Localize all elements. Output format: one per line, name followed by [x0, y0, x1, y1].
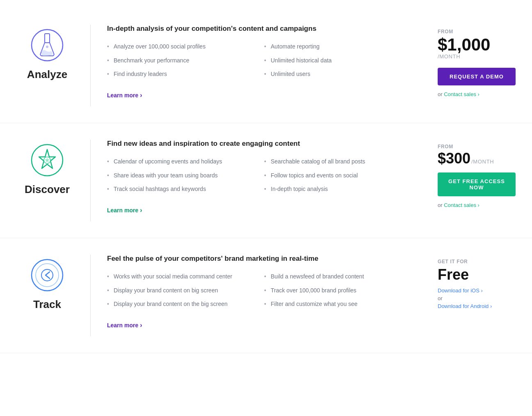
- list-item: Unlimited users: [264, 70, 413, 78]
- discover-learn-more[interactable]: Learn more: [107, 207, 142, 214]
- list-item: Track social hashtags and keywords: [107, 185, 256, 193]
- list-item: Benchmark your performance: [107, 57, 256, 65]
- analyze-learn-more[interactable]: Learn more: [107, 92, 142, 99]
- track-features-right: Build a newsfeed of branded content Trac…: [264, 273, 413, 314]
- download-ios-link[interactable]: Download for iOS: [438, 287, 483, 294]
- analyze-tagline: In-depth analysis of your competition's …: [107, 25, 413, 33]
- list-item: Unlimited historical data: [264, 57, 413, 65]
- discover-features-right: Searchable catalog of all brand posts Fo…: [264, 158, 413, 199]
- discover-price-inline: $300 /MONTH: [438, 151, 516, 166]
- analyze-features-right: Automate reporting Unlimited historical …: [264, 43, 413, 84]
- svg-point-6: [36, 264, 59, 287]
- discover-left: Discover: [8, 140, 86, 196]
- analyze-middle: In-depth analysis of your competition's …: [95, 25, 425, 99]
- analyze-title: Analyze: [27, 68, 67, 81]
- discover-price: $300: [438, 151, 470, 166]
- list-item: Share ideas with your team using boards: [107, 172, 256, 180]
- svg-point-7: [41, 269, 53, 281]
- analyze-cta-button[interactable]: REQUEST A DEMO: [438, 68, 516, 85]
- discover-contact-prefix: or: [438, 202, 443, 208]
- list-item: Works with your social media command cen…: [107, 273, 256, 281]
- analyze-left: Analyze: [8, 25, 86, 81]
- analyze-pricing: FROM $1,000 /MONTH REQUEST A DEMO or Con…: [425, 25, 524, 101]
- svg-rect-1: [45, 34, 50, 43]
- analyze-features: Analyze over 100,000 social profiles Ben…: [107, 43, 413, 84]
- analyze-period: /MONTH: [438, 53, 516, 60]
- track-price: Free: [438, 266, 516, 283]
- track-learn-more[interactable]: Learn more: [107, 322, 142, 329]
- list-item: Track over 100,000 brand profiles: [264, 287, 413, 295]
- page-wrapper: Analyze In-depth analysis of your compet…: [0, 0, 532, 361]
- list-item: Calendar of upcoming events and holidays: [107, 158, 256, 166]
- track-title: Track: [33, 298, 61, 311]
- track-download-links: Download for iOS or Download for Android: [438, 287, 516, 309]
- discover-contact-link[interactable]: Contact sales: [444, 202, 479, 208]
- analyze-price-label: FROM: [438, 29, 516, 34]
- discover-middle: Find new ideas and inspiration to create…: [95, 140, 425, 214]
- analyze-price: $1,000: [438, 36, 516, 53]
- list-item: In-depth topic analysis: [264, 185, 413, 193]
- list-item: Build a newsfeed of branded content: [264, 273, 413, 281]
- list-item: Display your brand content on the big sc…: [107, 300, 256, 308]
- flask-icon: [31, 29, 64, 62]
- list-item: Analyze over 100,000 social profiles: [107, 43, 256, 51]
- track-features-left: Works with your social media command cen…: [107, 273, 256, 314]
- divider-2: [90, 140, 91, 221]
- discover-tagline: Find new ideas and inspiration to create…: [107, 140, 413, 148]
- list-item: Find industry leaders: [107, 70, 256, 78]
- list-item: Display your brand content on big screen: [107, 287, 256, 295]
- analyze-section: Analyze In-depth analysis of your compet…: [0, 8, 532, 123]
- discover-contact: or Contact sales: [438, 202, 516, 208]
- svg-point-5: [32, 260, 63, 291]
- divider-3: [90, 255, 91, 336]
- track-icon: [31, 259, 64, 292]
- analyze-contact-link[interactable]: Contact sales: [444, 91, 479, 97]
- svg-point-2: [46, 46, 48, 48]
- list-item: Filter and customize what you see: [264, 300, 413, 308]
- track-or: or: [438, 295, 516, 301]
- track-features: Works with your social media command cen…: [107, 273, 413, 314]
- list-item: Follow topics and events on social: [264, 172, 413, 180]
- track-price-label: GET IT FOR: [438, 259, 516, 264]
- track-tagline: Feel the pulse of your competitors' bran…: [107, 255, 413, 263]
- track-middle: Feel the pulse of your competitors' bran…: [95, 255, 425, 329]
- analyze-contact: or Contact sales: [438, 91, 516, 97]
- discover-title: Discover: [25, 183, 70, 196]
- list-item: Searchable catalog of all brand posts: [264, 158, 413, 166]
- discover-price-label: FROM: [438, 144, 516, 149]
- discover-section: Discover Find new ideas and inspiration …: [0, 123, 532, 238]
- analyze-features-left: Analyze over 100,000 social profiles Ben…: [107, 43, 256, 84]
- track-pricing: GET IT FOR Free Download for iOS or Down…: [425, 255, 524, 313]
- analyze-contact-prefix: or: [438, 91, 443, 97]
- discover-features: Calendar of upcoming events and holidays…: [107, 158, 413, 199]
- discover-pricing: FROM $300 /MONTH GET FREE ACCESS NOW or …: [425, 140, 524, 212]
- divider-1: [90, 25, 91, 106]
- discover-features-left: Calendar of upcoming events and holidays…: [107, 158, 256, 199]
- discover-cta-button[interactable]: GET FREE ACCESS NOW: [438, 172, 516, 196]
- star-icon: [31, 144, 64, 177]
- discover-period: /MONTH: [471, 159, 494, 165]
- list-item: Automate reporting: [264, 43, 413, 51]
- track-section: Track Feel the pulse of your competitors…: [0, 238, 532, 353]
- track-left: Track: [8, 255, 86, 311]
- download-android-link[interactable]: Download for Android: [438, 303, 492, 309]
